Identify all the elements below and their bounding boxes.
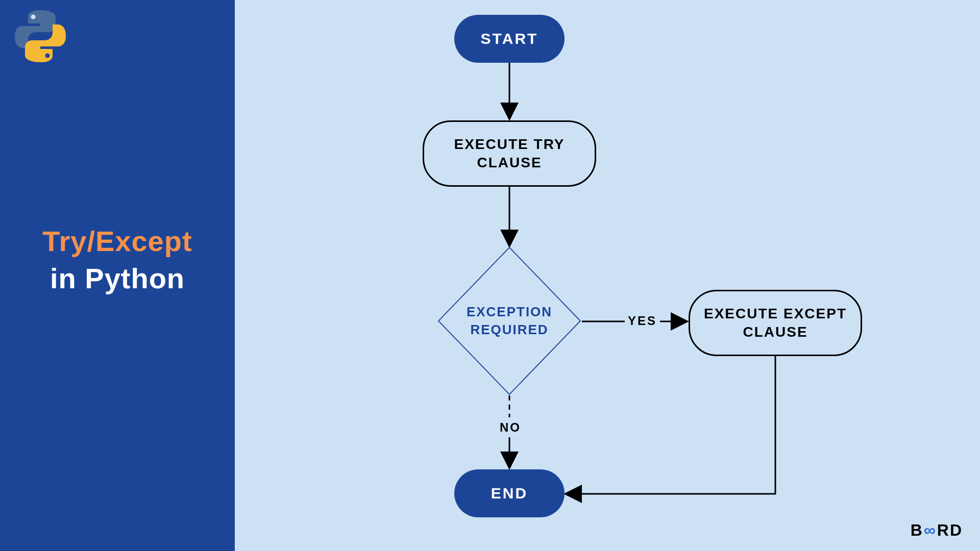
node-execute-try: EXECUTE TRY CLAUSE <box>423 120 596 187</box>
page-title: Try/Except in Python <box>0 224 235 295</box>
node-start-label: START <box>481 30 538 47</box>
node-execute-except: EXECUTE EXCEPT CLAUSE <box>689 290 862 356</box>
node-end-label: END <box>491 485 528 502</box>
node-decision: EXCEPTION REQUIRED <box>438 247 581 395</box>
node-start: START <box>454 15 565 63</box>
logo-prefix: B <box>911 521 923 540</box>
sidebar: Try/Except in Python <box>0 0 235 551</box>
label-no: NO <box>500 420 521 435</box>
svg-point-1 <box>45 54 50 58</box>
node-execute-try-label: EXECUTE TRY CLAUSE <box>424 135 595 172</box>
title-line-2: in Python <box>0 262 235 295</box>
title-line-1: Try/Except <box>0 224 235 258</box>
infinity-icon: ∞ <box>924 521 937 540</box>
brand-logo: B∞RD <box>911 521 963 540</box>
logo-suffix: RD <box>937 521 963 540</box>
node-decision-label: EXCEPTION REQUIRED <box>461 303 558 339</box>
label-yes: YES <box>628 314 657 328</box>
svg-point-0 <box>31 15 36 19</box>
node-execute-except-label: EXECUTE EXCEPT CLAUSE <box>690 305 861 342</box>
node-end: END <box>454 469 565 517</box>
python-icon <box>13 9 68 65</box>
